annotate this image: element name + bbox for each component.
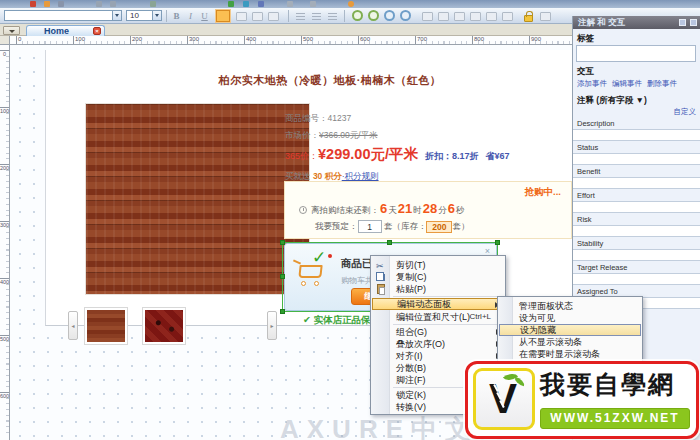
field-label: Target Release <box>573 262 700 273</box>
distribute-button[interactable] <box>470 12 481 21</box>
panel-close-icon[interactable] <box>690 19 697 26</box>
bring-to-front-icon[interactable] <box>352 10 363 21</box>
quantity-input[interactable] <box>358 220 382 233</box>
toolbar-icon[interactable] <box>150 1 156 7</box>
toolbar-icon[interactable] <box>110 1 116 7</box>
selection-handle[interactable] <box>280 240 285 245</box>
chevron-down-icon[interactable] <box>112 11 121 20</box>
interaction-section-title: 交互 <box>577 66 594 78</box>
toolbar-separator <box>344 10 345 22</box>
thumbnail-next-button[interactable]: ▸ <box>267 311 277 340</box>
send-backward-icon[interactable] <box>400 10 411 21</box>
toolbar-icon[interactable] <box>96 1 102 7</box>
field-input[interactable] <box>573 225 700 237</box>
size-button[interactable] <box>486 12 497 21</box>
product-image[interactable] <box>85 103 310 295</box>
lock-icon[interactable] <box>524 15 533 22</box>
countdown-row: 离拍购结束还剩：6天21时28分6秒 <box>299 201 464 217</box>
send-to-back-icon[interactable] <box>368 10 379 21</box>
panel-pin-icon[interactable] <box>679 19 686 26</box>
paint-bucket-button[interactable] <box>252 12 263 21</box>
toolbar-icon[interactable] <box>348 1 354 7</box>
ruler-label: 800 <box>474 36 484 42</box>
selection-handle[interactable] <box>280 274 285 279</box>
selection-handle[interactable] <box>280 309 285 314</box>
product-title: 柏尔实木地热（冷暖）地板·柚楠木（红色） <box>210 73 450 88</box>
italic-button[interactable]: I <box>184 10 197 22</box>
field-input[interactable] <box>573 153 700 165</box>
toolbar-icon[interactable] <box>228 1 234 7</box>
ruler-label: 700 <box>417 36 427 42</box>
points-rule-link[interactable]: ·积分规则 <box>342 171 379 181</box>
align-left-icon[interactable] <box>296 13 305 20</box>
thumbnail-prev-button[interactable]: ◂ <box>68 311 78 340</box>
tab-home[interactable]: Home × <box>26 25 105 36</box>
border-style-button[interactable] <box>268 12 279 21</box>
menu-separator <box>393 324 503 325</box>
zoom-button[interactable] <box>502 12 513 21</box>
menu-item-order[interactable]: 叠放次序(O) <box>372 338 504 350</box>
scissors-icon <box>376 260 387 271</box>
selection-handle[interactable] <box>387 240 392 245</box>
chevron-down-icon[interactable] <box>152 11 161 20</box>
unlock-button[interactable] <box>540 12 551 21</box>
field-input[interactable] <box>573 177 700 189</box>
menu-item-cut[interactable]: 剪切(T) <box>372 259 504 271</box>
align-center-icon[interactable] <box>312 13 321 20</box>
align-widgets-button[interactable] <box>454 12 465 21</box>
align-right-icon[interactable] <box>328 13 337 20</box>
customize-fields-link[interactable]: 自定义 <box>674 107 697 117</box>
ruler-corner <box>0 36 10 45</box>
submenu-item-set-visible[interactable]: 设为可见 <box>499 312 641 324</box>
bring-forward-icon[interactable] <box>384 10 395 21</box>
toolbar-icon[interactable] <box>243 1 249 7</box>
close-icon[interactable]: × <box>93 27 101 35</box>
selection-handle[interactable] <box>495 240 500 245</box>
thumbnail-1[interactable] <box>84 307 128 345</box>
font-size-select[interactable]: 10 <box>126 10 162 21</box>
edit-event-link[interactable]: 编辑事件 <box>612 79 642 88</box>
notes-section-title[interactable]: 注释 (所有字段 ▼) <box>577 95 647 107</box>
delete-event-link[interactable]: 删除事件 <box>647 79 677 88</box>
underline-button[interactable]: U <box>198 10 211 22</box>
group-button[interactable] <box>422 12 433 21</box>
ruler-label: 300 <box>189 36 199 42</box>
field-input[interactable] <box>573 129 700 141</box>
menu-item-paste[interactable]: 粘贴(P) <box>372 283 504 295</box>
widget-label-input[interactable] <box>576 45 696 62</box>
menu-item-group[interactable]: 组合(G) <box>372 326 504 338</box>
toolbar-icon[interactable] <box>310 1 316 7</box>
field-input[interactable] <box>573 249 700 261</box>
ungroup-button[interactable] <box>438 12 449 21</box>
submenu-item-never-scrollbars[interactable]: 从不显示滚动条 <box>499 336 641 348</box>
font-color-button[interactable] <box>236 12 247 21</box>
toolbar-icon[interactable] <box>30 1 36 7</box>
flash-sale-status: 抢购中... <box>525 186 561 199</box>
ruler-label: 400 <box>246 36 256 42</box>
submenu-item-manage-states[interactable]: 管理面板状态 <box>499 300 641 312</box>
saving-text: 省¥67 <box>486 151 510 161</box>
toolbar-icon[interactable] <box>287 1 293 7</box>
ruler-label: 0 <box>0 51 9 57</box>
toolbar-icon[interactable] <box>258 1 264 7</box>
bold-button[interactable]: B <box>170 10 183 22</box>
menu-item-copy[interactable]: 复制(C) <box>372 271 504 283</box>
add-event-link[interactable]: 添加事件 <box>577 79 607 88</box>
ruler-label: 600 <box>360 36 370 42</box>
page-tab-bar: Home × <box>0 24 572 36</box>
toolbar-icon[interactable] <box>58 1 64 7</box>
font-family-select[interactable] <box>4 10 122 21</box>
submenu-item-scrollbars-as-needed[interactable]: 在需要时显示滚动条 <box>499 348 641 360</box>
field-input[interactable] <box>573 273 700 285</box>
toolbar-icon[interactable] <box>44 1 50 7</box>
thumbnail-2[interactable] <box>142 307 186 345</box>
fill-color-button[interactable] <box>216 10 230 22</box>
menu-item-edit-dynamic-panel[interactable]: 编辑动态面板 <box>372 298 504 310</box>
tab-list-dropdown[interactable] <box>3 26 20 35</box>
menu-item-edit-location-size[interactable]: 编辑位置和尺寸(L)Ctrl+L <box>372 311 504 323</box>
copy-icon <box>379 274 385 281</box>
submenu-item-set-hidden[interactable]: 设为隐藏 <box>499 324 641 336</box>
ruler-label: 300 <box>0 222 9 228</box>
field-label: Stability <box>573 238 700 249</box>
field-input[interactable] <box>573 201 700 213</box>
